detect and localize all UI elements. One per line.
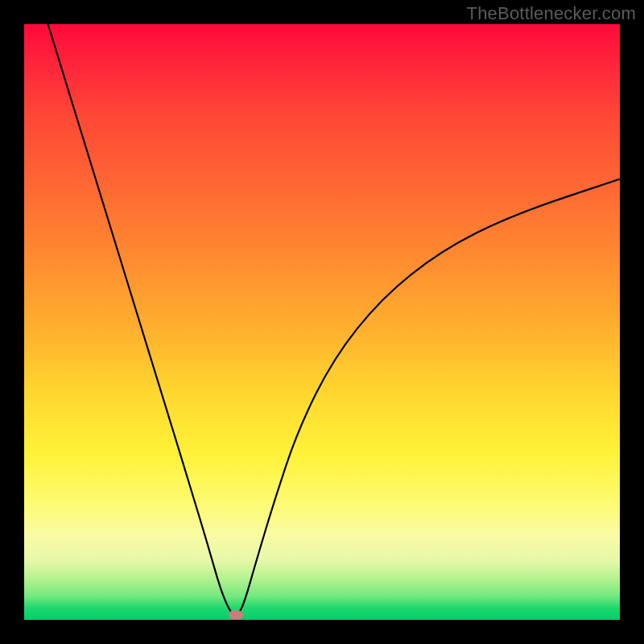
plot-area bbox=[24, 24, 620, 620]
bottleneck-curve bbox=[48, 24, 620, 616]
chart-container: TheBottlenecker.com bbox=[0, 0, 644, 644]
optimum-marker bbox=[229, 611, 243, 620]
curve-svg bbox=[24, 24, 620, 620]
attribution-text: TheBottlenecker.com bbox=[467, 3, 636, 24]
